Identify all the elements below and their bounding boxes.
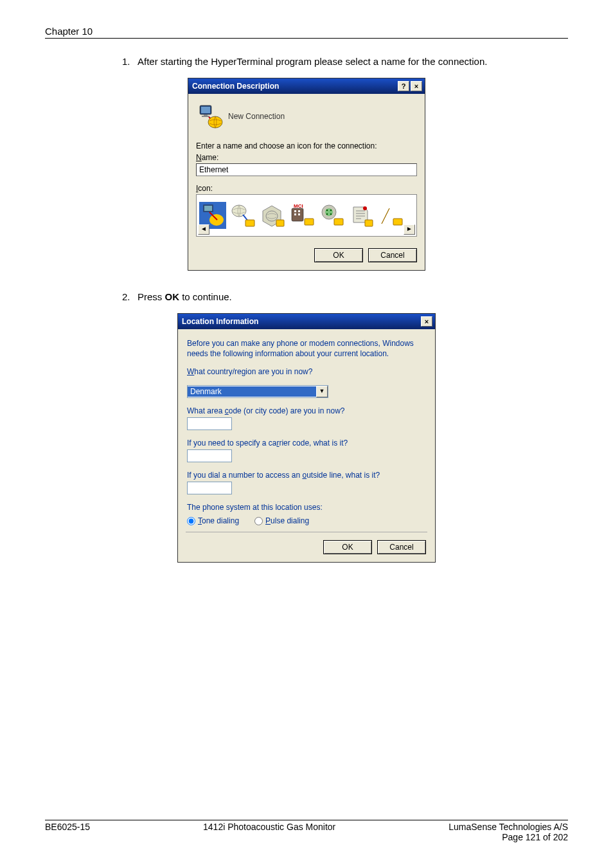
- cancel-button[interactable]: Cancel: [377, 540, 426, 554]
- svg-point-24: [330, 213, 332, 215]
- dlg2-titlebar: Location Information ×: [178, 314, 435, 329]
- area-code-input[interactable]: [187, 417, 232, 430]
- close-button[interactable]: ×: [411, 81, 422, 91]
- tone-dialing-radio[interactable]: Tone dialing: [187, 516, 239, 525]
- footer-center: 1412i Photoacoustic Gas Monitor: [203, 822, 335, 832]
- svg-rect-12: [292, 208, 303, 221]
- carrier-code-label: If you need to specify a carrier code, w…: [187, 438, 426, 448]
- svg-point-4: [208, 116, 222, 128]
- svg-rect-1: [201, 107, 210, 113]
- outside-line-input[interactable]: [187, 482, 232, 494]
- dlg2-title: Location Information: [182, 317, 420, 326]
- pulse-dialing-radio[interactable]: Pulse dialing: [254, 516, 309, 525]
- svg-point-8: [232, 205, 246, 217]
- carrier-code-input[interactable]: [187, 449, 232, 462]
- new-connection-label: New Connection: [228, 112, 285, 121]
- pulse-radio-input[interactable]: [254, 517, 263, 525]
- close-button[interactable]: ×: [421, 316, 432, 327]
- step-2-number: 2.: [122, 290, 138, 303]
- connection-description-dialog: Connection Description ? ×: [188, 78, 425, 271]
- icon-scroll-right[interactable]: ►: [404, 224, 415, 235]
- svg-point-22: [330, 210, 332, 211]
- outside-line-label: If you dial a number to access an outsid…: [187, 470, 426, 480]
- svg-point-23: [326, 213, 328, 215]
- phone-system-label: The phone system at this location uses:: [187, 502, 426, 512]
- footer-left: BE6025-15: [45, 822, 90, 832]
- header-rule: [45, 38, 568, 39]
- area-code-label: What area code (or city code) are you in…: [187, 406, 426, 416]
- name-input[interactable]: [196, 163, 417, 176]
- country-value: Denmark: [188, 386, 316, 397]
- svg-rect-15: [294, 213, 296, 215]
- location-information-dialog: Location Information × Before you can ma…: [177, 313, 436, 563]
- step-1-number: 1.: [122, 55, 138, 68]
- step-2-text: Press OK to continue.: [138, 290, 568, 303]
- step-1: 1. After starting the HyperTerminal prog…: [122, 55, 568, 68]
- country-select[interactable]: Denmark ▼: [187, 385, 328, 398]
- tone-radio-input[interactable]: [187, 517, 195, 525]
- name-field-label: Name:: [196, 153, 417, 162]
- help-button[interactable]: ?: [398, 81, 409, 91]
- svg-rect-16: [298, 213, 300, 215]
- location-intro: Before you can make any phone or modem c…: [187, 338, 426, 359]
- step-2: 2. Press OK to continue.: [122, 290, 568, 303]
- dlg1-title: Connection Description: [192, 82, 396, 91]
- dlg1-titlebar: Connection Description ? ×: [188, 78, 425, 94]
- step-1-text: After starting the HyperTerminal program…: [138, 55, 568, 68]
- dropdown-arrow-icon[interactable]: ▼: [316, 386, 328, 397]
- icon-field-label: Icon:: [196, 184, 417, 193]
- enter-name-label: Enter a name and choose an icon for the …: [196, 141, 377, 150]
- svg-point-20: [325, 208, 333, 216]
- svg-rect-13: [294, 210, 296, 212]
- svg-rect-2: [204, 114, 208, 116]
- svg-rect-14: [298, 210, 300, 212]
- icon-scroll-left[interactable]: ◄: [198, 224, 209, 235]
- chapter-label: Chapter 10: [45, 26, 93, 37]
- page-footer: BE6025-15 1412i Photoacoustic Gas Monito…: [45, 820, 568, 842]
- svg-rect-6: [204, 206, 212, 211]
- svg-rect-3: [202, 116, 209, 117]
- svg-point-26: [363, 206, 367, 210]
- cancel-button[interactable]: Cancel: [368, 248, 417, 262]
- country-label: What country/region are you in now?: [187, 366, 426, 377]
- icon-picker[interactable]: MCI: [196, 194, 417, 237]
- dialog-separator: [186, 532, 427, 532]
- footer-page: Page 121 of 202: [502, 832, 568, 842]
- footer-right: LumaSense Technologies A/S: [449, 822, 568, 832]
- svg-point-21: [326, 210, 328, 211]
- new-connection-icon: [196, 103, 223, 130]
- svg-text:MCI: MCI: [294, 203, 303, 209]
- ok-button[interactable]: OK: [314, 248, 363, 262]
- ok-button[interactable]: OK: [323, 540, 372, 554]
